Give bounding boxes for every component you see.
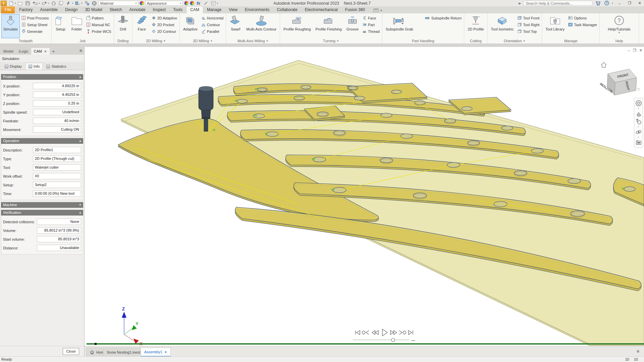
options-button[interactable]: Options <box>567 15 598 21</box>
contour-button[interactable]: Contour <box>200 22 225 27</box>
tool-library-button[interactable]: Tool Library <box>543 14 567 38</box>
material-sphere-icon[interactable] <box>91 0 97 6</box>
turning-part-button[interactable]: Part <box>361 22 381 27</box>
collapse-icon[interactable]: ▲ <box>79 210 82 216</box>
section-header-operation[interactable]: Operation▲ <box>1 138 83 144</box>
minimize-button[interactable]: – <box>616 1 623 5</box>
tab-file[interactable]: File <box>1 6 15 13</box>
tab-cam[interactable]: CAM <box>186 6 203 13</box>
select-dropdown[interactable]: ▾ <box>81 2 83 5</box>
help-icon[interactable]: ? <box>604 0 610 6</box>
subspindle-return-button[interactable]: Subspindle Return <box>424 15 463 21</box>
setup-button[interactable]: Setup <box>53 14 68 38</box>
doc-restore-icon[interactable]: ❐ <box>633 48 636 53</box>
section-header-position[interactable]: Position▲ <box>1 74 83 80</box>
tab-assemble[interactable]: Assemble <box>36 6 61 13</box>
tab-electromechanical[interactable]: Electromechanical <box>301 6 341 13</box>
clear-appearance-icon[interactable] <box>190 1 194 5</box>
appearance-select[interactable]: Appearance▾ <box>145 1 183 6</box>
tab-fusion-360[interactable]: Fusion 360 <box>341 6 369 13</box>
update-dropdown[interactable]: ▾ <box>72 2 73 5</box>
help-tutorials-button[interactable]: ? Help/Tutorials ▼ <box>606 14 632 38</box>
tab-environments[interactable]: Environments <box>241 6 273 13</box>
tool-top-button[interactable]: Tool Top <box>516 28 540 34</box>
fx-parameters-icon[interactable]: fx <box>196 0 202 6</box>
viewcube-home-icon[interactable] <box>601 62 606 67</box>
tab-view[interactable]: View <box>225 6 241 13</box>
tab-design[interactable]: Design <box>61 6 81 13</box>
material-select[interactable]: Material▾ <box>99 1 138 6</box>
tab-3d-model[interactable]: 3D Model <box>81 6 106 13</box>
playback-goto-end-button[interactable] <box>409 330 413 335</box>
tab-tools[interactable]: Tools <box>169 6 186 13</box>
section-header-verification[interactable]: Verification▲ <box>1 210 83 216</box>
drill-button[interactable]: Drill <box>115 14 131 38</box>
profile-roughing-button[interactable]: Profile Roughing <box>281 14 313 38</box>
playback-previous-op-button[interactable] <box>362 330 369 335</box>
search-expand-icon[interactable]: ▶ <box>519 2 521 5</box>
folder-button[interactable]: Folder <box>69 14 85 38</box>
look-at-icon[interactable] <box>635 139 642 146</box>
inventor-logo-icon[interactable]: I <box>1 1 7 6</box>
tab-collaborate[interactable]: Collaborate <box>273 6 301 13</box>
slider-handle[interactable] <box>391 338 395 342</box>
2d-contour-button[interactable]: 2D Contour <box>151 28 178 34</box>
close-tab-icon[interactable]: ✕ <box>164 350 167 354</box>
zoom-icon[interactable] <box>635 118 642 125</box>
adjust-appearance-icon[interactable] <box>184 1 189 5</box>
simulation-close-button[interactable]: Close <box>63 348 79 355</box>
undo-icon[interactable] <box>32 0 38 6</box>
playback-next-op-button[interactable] <box>399 330 406 335</box>
tab-list-menu-icon[interactable]: ≡ <box>637 349 639 354</box>
panel-menu-icon[interactable]: ≡ <box>79 48 82 53</box>
parallel-button[interactable]: Parallel <box>200 28 225 34</box>
ribbon-appearance-icon[interactable] <box>373 8 379 12</box>
2d-profile-button[interactable]: 2D Profile <box>466 14 486 38</box>
panel-tab-model[interactable]: Model <box>1 48 16 55</box>
panel-tab-cam[interactable]: CAM✕ <box>31 48 50 55</box>
qat-customize-dropdown[interactable]: ▾ <box>217 2 218 5</box>
playback-rewind-button[interactable] <box>372 330 378 335</box>
horizontal-button[interactable]: Horizontal <box>200 15 225 21</box>
tool-right-button[interactable]: Tool Right <box>516 22 540 27</box>
measure-icon[interactable] <box>203 0 209 6</box>
appearance-panel-icon[interactable] <box>210 0 216 6</box>
doc-minimize-icon[interactable]: – <box>628 48 630 53</box>
playback-forward-button[interactable] <box>390 330 397 335</box>
post-process-button[interactable]: G1G2Post Process <box>20 15 50 21</box>
redo-dropdown[interactable]: ▾ <box>48 2 49 5</box>
setup-sheet-button[interactable]: Setup Sheet <box>20 22 50 27</box>
playback-slider[interactable] <box>353 338 415 342</box>
tool-isometric-button[interactable]: Tool Isometric <box>489 14 516 38</box>
manual-nc-button[interactable]: G1G2Manual NC <box>85 22 112 27</box>
subtab-info[interactable]: Info <box>25 63 43 70</box>
section-header-machine[interactable]: Machine▼ <box>1 202 83 208</box>
orbit-icon[interactable] <box>635 128 642 136</box>
new-file-icon[interactable] <box>8 0 14 6</box>
sketch-update-icon[interactable] <box>65 0 71 6</box>
turning-thread-button[interactable]: Thread <box>361 28 381 34</box>
collapse-icon[interactable]: ▲ <box>79 138 82 144</box>
user-settings-icon[interactable] <box>84 0 90 6</box>
probe-wcs-button[interactable]: Probe WCS <box>85 28 112 34</box>
playback-play-button[interactable] <box>382 329 387 336</box>
search-input[interactable] <box>524 1 592 6</box>
pan-hand-icon[interactable] <box>635 110 642 117</box>
turning-face-button[interactable]: Face <box>361 15 381 21</box>
2d-pocket-button[interactable]: 2D Pocket <box>151 22 178 27</box>
restore-button[interactable]: ❐ <box>626 1 633 5</box>
help-dropdown[interactable]: ▾ <box>612 2 613 5</box>
color-wheel-icon[interactable] <box>140 1 144 5</box>
subtab-display[interactable]: Display <box>1 63 25 70</box>
save-icon[interactable] <box>25 0 31 6</box>
doc-tab-assembly1[interactable]: Assembly1✕ <box>141 348 171 357</box>
expand-icon[interactable]: ▼ <box>79 202 82 208</box>
ribbon-collapse-dropdown[interactable]: ▾ <box>380 9 382 12</box>
panel-tab-ilogic[interactable]: iLogic <box>16 48 31 55</box>
panel-tab-close-icon[interactable]: ✕ <box>44 50 47 53</box>
multi-axis-contour-button[interactable]: Multi-Axis Contour <box>244 14 278 38</box>
tab-annotate[interactable]: Annotate <box>125 6 149 13</box>
simulate-button[interactable]: Simulate <box>1 14 20 38</box>
pattern-button[interactable]: Pattern <box>85 15 112 21</box>
tab-inspect[interactable]: Inspect <box>149 6 170 13</box>
